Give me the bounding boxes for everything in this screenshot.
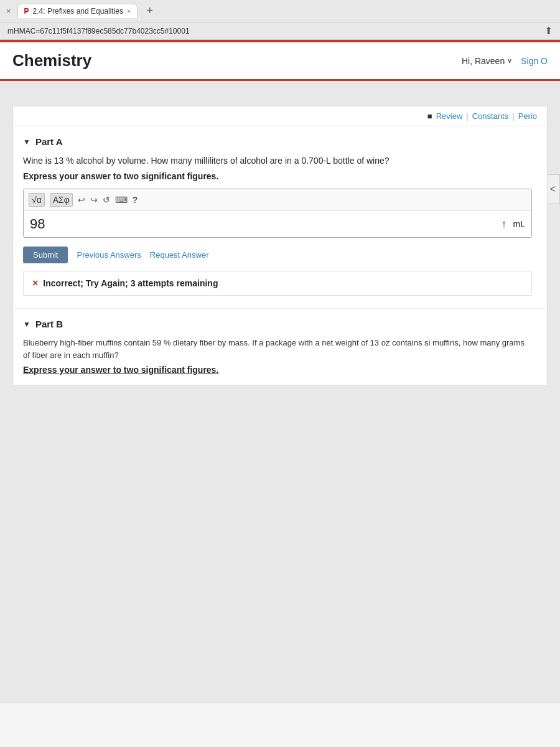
toolbar-sep1: | <box>466 111 468 121</box>
x-icon: × <box>32 278 38 289</box>
content-area: < ■ Review | Constants | Perio ▼ Part A <box>0 81 560 703</box>
submit-button[interactable]: Submit <box>23 247 68 263</box>
review-link[interactable]: Review <box>436 111 463 121</box>
part-b-header[interactable]: ▼ Part B <box>23 319 532 329</box>
active-tab[interactable]: P 2.4: Prefixes and Equalities × <box>17 4 138 18</box>
keyboard-btn[interactable]: ⌨ <box>115 195 128 205</box>
submit-row: Submit Previous Answers Request Answer <box>23 247 532 263</box>
question-card: ■ Review | Constants | Perio ▼ Part A Wi… <box>12 106 548 385</box>
app-header: Chemistry Hi, Raveen ∨ Sign O <box>0 42 560 81</box>
previous-answers-link[interactable]: Previous Answers <box>77 250 141 260</box>
address-bar: mHMAC=67c11f5f4137f89ec585dc77b4023cc5#1… <box>0 22 560 40</box>
header-right: Hi, Raveen ∨ Sign O <box>462 56 548 66</box>
formula-btn[interactable]: √α <box>29 193 45 207</box>
part-b-instruction: Express your answer to two significant f… <box>23 365 532 375</box>
answer-toolbar: √α ΑΣφ ↩ ↪ ↺ ⌨ ? <box>24 189 531 211</box>
sign-out-link[interactable]: Sign O <box>521 56 548 66</box>
refresh-btn[interactable]: ↺ <box>103 195 110 205</box>
part-a-label: Part A <box>35 136 63 147</box>
part-b-section: ▼ Part B Blueberry high-fiber muffins co… <box>13 308 547 385</box>
triangle-icon: ▼ <box>23 138 30 146</box>
undo-btn[interactable]: ↩ <box>78 195 85 205</box>
chevron-down-icon: ∨ <box>507 57 512 65</box>
redo-btn[interactable]: ↪ <box>90 195 98 205</box>
help-btn[interactable]: ? <box>133 195 138 205</box>
part-b-question: Blueberry high-fiber muffins contain 59 … <box>23 337 532 361</box>
tab-p-icon: P <box>24 7 29 16</box>
request-answer-link[interactable]: Request Answer <box>150 250 209 260</box>
address-text: mHMAC=67c11f5f4137f89ec585dc77b4023cc5#1… <box>7 27 190 35</box>
part-b-triangle-icon: ▼ <box>23 320 30 329</box>
answer-box: √α ΑΣφ ↩ ↪ ↺ ⌨ ? 98 ↑ mL <box>23 189 532 238</box>
review-icon: ■ <box>427 111 432 121</box>
browser-tab-bar: × P 2.4: Prefixes and Equalities × + <box>0 0 560 22</box>
toolbar-sep2: | <box>512 111 514 121</box>
tab-close-btn[interactable]: × <box>127 7 131 15</box>
incorrect-text: Incorrect; Try Again; 3 attempts remaini… <box>43 278 218 288</box>
question-toolbar: ■ Review | Constants | Perio <box>13 106 547 126</box>
part-a-instruction: Express your answer to two significant f… <box>23 171 532 181</box>
answer-value[interactable]: 98 <box>30 216 498 232</box>
user-greeting: Hi, Raveen <box>462 56 505 66</box>
answer-unit: mL <box>513 219 525 229</box>
tab-close-left[interactable]: × <box>6 6 11 16</box>
periodic-link[interactable]: Perio <box>518 111 537 121</box>
incorrect-message: × Incorrect; Try Again; 3 attempts remai… <box>23 271 532 296</box>
greek-btn[interactable]: ΑΣφ <box>50 193 73 207</box>
part-a-question: Wine is 13 % alcohol by volume. How many… <box>23 154 532 167</box>
app-container: Chemistry Hi, Raveen ∨ Sign O < ■ Review… <box>0 42 560 747</box>
part-a-section: ▼ Part A Wine is 13 % alcohol by volume.… <box>13 126 547 308</box>
cursor-icon: ↑ <box>502 218 507 231</box>
user-menu[interactable]: Hi, Raveen ∨ <box>462 56 512 66</box>
tab-add-btn[interactable]: + <box>146 4 153 17</box>
part-b-label: Part B <box>35 319 63 329</box>
constants-link[interactable]: Constants <box>472 111 509 121</box>
app-title: Chemistry <box>12 51 91 70</box>
collapse-panel-btn[interactable]: < <box>546 174 560 204</box>
part-a-header[interactable]: ▼ Part A <box>23 136 532 147</box>
share-icon[interactable]: ⬆ <box>544 25 553 37</box>
tab-title: 2.4: Prefixes and Equalities <box>33 7 123 16</box>
answer-input-row: 98 ↑ mL <box>24 211 531 237</box>
